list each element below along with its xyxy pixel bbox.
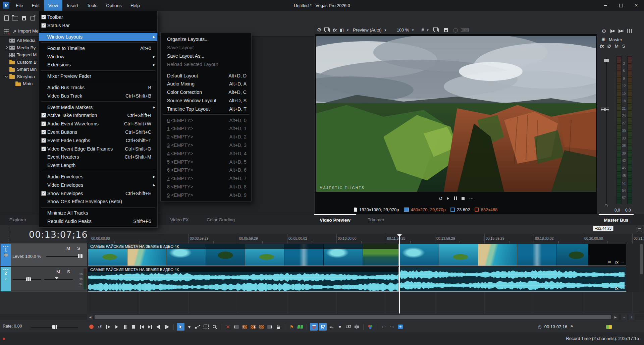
menubar-item-view[interactable]: View — [44, 0, 62, 11]
menu-item-event-buttons[interactable]: ✓Event ButtonsCtrl+Shift+C — [39, 128, 157, 136]
preview-zoom-dropdown[interactable]: 100 % — [397, 27, 409, 33]
meter-display-icon[interactable] — [601, 108, 609, 111]
chevron-down-icon[interactable] — [5, 75, 8, 77]
menubar-item-edit[interactable]: Edit — [28, 0, 44, 11]
scrollbar-thumb[interactable] — [95, 315, 611, 319]
track-2-pan-slider[interactable] — [44, 279, 73, 280]
save-project-button[interactable] — [20, 14, 28, 22]
open-project-button[interactable] — [11, 14, 19, 22]
timeline-vscrollbar-thumb[interactable] — [640, 244, 643, 274]
menu-item-window[interactable]: Window▶ — [39, 52, 157, 61]
zoom-out-button[interactable]: − — [621, 314, 627, 320]
post-edit-ripple-button[interactable]: ⇤ — [328, 323, 335, 331]
event-more-icon[interactable]: ⋯ — [621, 260, 624, 264]
track-1-solo-button[interactable]: S — [77, 246, 80, 251]
preview-stop-icon[interactable] — [462, 197, 465, 200]
menu-item-event-length[interactable]: Event Length — [39, 161, 157, 170]
minimize-button[interactable] — [598, 0, 613, 11]
menu-item-organize-layouts[interactable]: Organize Layouts... — [161, 35, 251, 44]
chevron-right-icon[interactable] — [5, 46, 8, 49]
trim-right-button[interactable] — [258, 323, 265, 331]
external-monitor-icon[interactable] — [325, 28, 330, 32]
redo-button[interactable]: ↪ — [388, 323, 395, 331]
pause-button[interactable] — [121, 323, 128, 331]
restore-button[interactable] — [613, 0, 629, 11]
audio-event-2[interactable]: fx ⋯ — [399, 267, 626, 292]
menu-item-event-fade-lengths[interactable]: ✓Event Fade LengthsCtrl+Shift+T — [39, 136, 157, 145]
track-1-mute-button[interactable]: M — [66, 246, 70, 251]
audio-event-fx-icon[interactable]: fx — [615, 286, 619, 290]
preview-more-icon[interactable]: ⋯ — [469, 196, 474, 201]
split-screen-icon[interactable]: ◧ — [340, 27, 344, 33]
preview-settings-icon[interactable]: ⚙ — [317, 27, 321, 33]
track-2-mute-button[interactable]: M — [56, 269, 60, 274]
rate-handle[interactable] — [52, 325, 57, 329]
preview-play-icon[interactable] — [447, 197, 449, 200]
menu-item-toolbar[interactable]: ✓Toolbar — [39, 13, 157, 21]
render-as-button[interactable] — [29, 14, 36, 22]
record-button[interactable] — [88, 323, 95, 331]
scroll-right-button[interactable]: ▶ — [612, 314, 619, 320]
menu-item-video-event-edge-edit-frames[interactable]: ✓Video Event Edge Edit FramesCtrl+Shift+… — [39, 145, 157, 153]
loop-playback-button[interactable]: ↺ — [96, 323, 103, 331]
timeline-ruler[interactable]: 00:00:00;0000:03:59;2900:05:59;2900:08:0… — [87, 234, 644, 244]
split-screen-dropdown-icon[interactable]: ▾ — [347, 28, 348, 32]
track-2-solo-button[interactable]: S — [67, 269, 70, 274]
tab-master-bus[interactable]: Master Bus — [599, 214, 634, 225]
audio-event-more-icon[interactable]: ⋯ — [621, 286, 624, 290]
lock-event-button[interactable] — [275, 323, 282, 331]
menu-item-audio-event-waveforms[interactable]: ✓Audio Event WaveformsCtrl+Shift+W — [39, 120, 157, 128]
new-project-button[interactable] — [3, 14, 10, 22]
track-2-menu-icon[interactable] — [5, 269, 6, 270]
menu-item-show-envelopes[interactable]: ✓Show EnvelopesCtrl+Shift+E — [39, 189, 157, 197]
menu-item-status-bar[interactable]: ✓Status Bar — [39, 21, 157, 30]
copy-snapshot-icon[interactable] — [434, 28, 439, 32]
menu-item-show-ofx-effect-envelopes-beta[interactable]: Show OFX Effect Envelopes (Beta) — [39, 197, 157, 206]
menu-item-timeline-top-layout[interactable]: Timeline Top LayoutAlt+D, T — [161, 105, 251, 113]
track-colors-button[interactable] — [367, 323, 374, 331]
slip-trim-button[interactable] — [266, 323, 273, 331]
preview-pause-icon[interactable] — [454, 196, 457, 201]
video-event-2[interactable]: ⊞ fx ⋯ — [399, 244, 626, 266]
trim-start-button[interactable] — [233, 323, 240, 331]
transport-timecode[interactable]: 00:13:07;16 — [544, 324, 568, 329]
next-frame-button[interactable] — [163, 323, 170, 331]
tab-color-grading[interactable]: Color Grading — [201, 214, 241, 225]
menu-item-video-envelopes[interactable]: Video Envelopes▶ — [39, 181, 157, 189]
external-control-icon[interactable] — [606, 325, 612, 329]
grid-overlay-dropdown-icon[interactable]: ▾ — [427, 28, 429, 32]
delete-button[interactable]: ✕ — [224, 323, 231, 331]
master-mixer-icon[interactable] — [627, 29, 632, 33]
tab-video-preview[interactable]: Video Preview — [314, 214, 356, 225]
ignore-event-grouping-button[interactable] — [345, 323, 352, 331]
video-frame[interactable]: MAJESTIC FLIGHTS — [316, 36, 596, 192]
menubar-item-help[interactable]: Help — [126, 0, 144, 11]
preview-loop-icon[interactable]: ↺ — [439, 196, 443, 201]
menu-item-color-correction[interactable]: Color CorrectionAlt+D, C — [161, 88, 251, 97]
menu-item-active-take-information[interactable]: ✓Active Take InformationCtrl+Shift+I — [39, 111, 157, 120]
master-fx-button[interactable]: fx — [600, 44, 604, 49]
previous-frame-button[interactable] — [155, 323, 162, 331]
split-events-button[interactable] — [353, 323, 360, 331]
menu-item-mixer-preview-fader[interactable]: Mixer Preview Fader — [39, 72, 157, 80]
envelope-edit-tool-button[interactable] — [194, 323, 201, 331]
master-mute-button[interactable]: M — [615, 44, 619, 49]
enable-snapping-button[interactable] — [310, 323, 318, 331]
master-solo-button[interactable]: S — [622, 44, 625, 49]
event-fx-icon[interactable]: fx — [615, 260, 619, 264]
timeline-empty-area[interactable] — [87, 292, 644, 313]
add-track-button[interactable]: + — [397, 323, 404, 331]
grid-overlay-icon[interactable]: # — [422, 27, 424, 33]
track-1-menu-icon[interactable] — [5, 246, 6, 247]
normal-edit-tool-button[interactable] — [177, 323, 184, 331]
zoom-edit-tool-button[interactable] — [211, 323, 218, 331]
track-2-color-strip[interactable]: 2 ♪ — [1, 267, 11, 291]
go-to-start-button[interactable] — [138, 323, 145, 331]
menu-item-focus-to-timeline[interactable]: Focus to TimelineAlt+0 — [39, 44, 157, 52]
zoom-in-button[interactable]: + — [629, 314, 635, 320]
import-media-button[interactable]: ↗ — [11, 28, 18, 35]
trim-left-button[interactable] — [250, 323, 257, 331]
timeline-timecode-display[interactable]: 00:13:07;16 — [29, 229, 88, 240]
tab-video-fx[interactable]: Video FX — [165, 214, 194, 225]
scroll-left-button[interactable]: ◀ — [87, 314, 93, 320]
